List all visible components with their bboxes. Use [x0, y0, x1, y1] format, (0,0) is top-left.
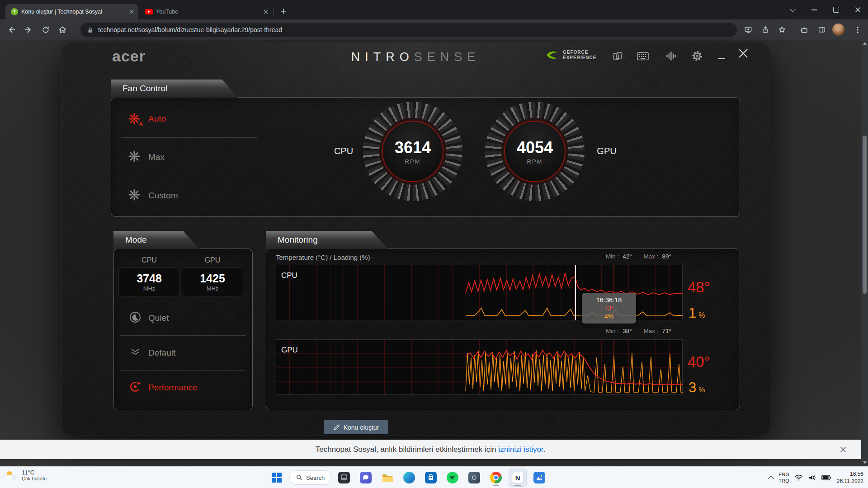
taskbar-app-device[interactable]: [335, 469, 353, 487]
gpu-fan-label: GPU: [584, 146, 629, 156]
search-icon: [296, 474, 302, 481]
fan-auto-button[interactable]: A Auto: [127, 111, 166, 127]
spotify-icon: [447, 472, 458, 483]
window-chevron-icon[interactable]: [782, 0, 803, 19]
install-icon[interactable]: [741, 22, 755, 37]
browser-menu-icon[interactable]: [850, 22, 865, 37]
n-app-icon: N: [512, 472, 524, 483]
tab-separator: [274, 8, 274, 15]
taskbar-app-spotify[interactable]: [443, 469, 462, 487]
acoustic-wave-icon[interactable]: [665, 49, 679, 63]
volume-icon[interactable]: [808, 474, 816, 481]
notice-text: Technopat Sosyal, anlık bildirimleri etk…: [316, 445, 496, 454]
taskbar-center: Search N: [268, 469, 548, 487]
taskbar-app-explorer[interactable]: [378, 469, 396, 487]
tab-close-icon[interactable]: [263, 9, 269, 14]
taskbar-app-store[interactable]: [422, 469, 440, 487]
gpu-rpm-value: 4054: [517, 138, 553, 157]
language-switcher[interactable]: ENGTRQ: [778, 471, 789, 484]
bookmark-star-icon[interactable]: [774, 22, 789, 37]
window-maximize-button[interactable]: [826, 0, 846, 19]
scroll-up-arrow[interactable]: [863, 42, 867, 45]
taskbar-app-edge[interactable]: [400, 469, 418, 487]
weather-cloud-icon: [5, 469, 18, 481]
create-thread-button[interactable]: Konu oluştur: [324, 420, 388, 434]
gpu-fan-hub: 4054 RPM: [504, 121, 566, 182]
fan-custom-button[interactable]: Custom: [127, 188, 178, 203]
gpu-chart-svg: [276, 339, 683, 395]
taskbar-app-chrome[interactable]: [487, 469, 505, 487]
taskbar-app-photos[interactable]: [530, 469, 548, 487]
youtube-favicon: [145, 9, 153, 14]
nitrosense-title: NITROSENSE: [61, 50, 770, 64]
clock-widget[interactable]: 16:5626.11.2022: [837, 470, 863, 485]
time-marker-line: [613, 339, 614, 395]
forward-button[interactable]: [21, 22, 36, 37]
mode-default-button[interactable]: Default: [129, 345, 175, 361]
reload-button[interactable]: [38, 22, 53, 37]
game-cards-icon[interactable]: [611, 49, 624, 63]
running-indicator: [493, 485, 499, 486]
technopat-favicon: t: [11, 8, 18, 15]
fan-max-button[interactable]: Max: [127, 150, 165, 165]
mode-cpu-label: CPU: [131, 256, 167, 264]
cpu-fan-hub: 3614 RPM: [382, 121, 443, 182]
chat-icon: [360, 472, 372, 483]
tab-youtube[interactable]: YouTube: [140, 4, 272, 19]
fan-icon: A: [127, 112, 141, 126]
nitrosense-close-button[interactable]: [736, 47, 750, 60]
device-icon: [338, 472, 350, 483]
default-chevrons-icon: [129, 346, 141, 360]
cpu-frequency-box: 3748 MHz: [118, 267, 180, 296]
taskbar-app-tool[interactable]: [465, 469, 483, 487]
tray-chevron-icon[interactable]: [769, 475, 773, 481]
store-icon: [425, 472, 437, 483]
mode-quiet-button[interactable]: Quiet: [129, 310, 169, 326]
page-scrollbar[interactable]: [861, 40, 868, 466]
divider: [120, 335, 246, 336]
home-button[interactable]: [55, 22, 70, 37]
weather-widget[interactable]: 11°CÇok bulutlu: [5, 469, 47, 481]
running-indicator: [514, 485, 521, 486]
extensions-puzzle-icon[interactable]: [797, 22, 811, 37]
share-icon[interactable]: [758, 22, 773, 37]
nitrosense-minimize-button[interactable]: [715, 52, 728, 66]
cpu-load-readout: 1%: [689, 305, 705, 321]
scrollbar-thumb[interactable]: [863, 136, 867, 294]
mode-performance-button[interactable]: Performance: [129, 380, 198, 395]
taskbar-app-nitrosense[interactable]: N: [509, 469, 527, 487]
wifi-icon[interactable]: [795, 474, 803, 481]
cpu-fan: 3614 RPM: [363, 102, 462, 201]
address-bar[interactable]: technopat.net/sosyal/bolum/dizuestue-bil…: [80, 23, 737, 37]
geforce-logo-icon: [546, 48, 559, 62]
notice-close-icon[interactable]: [839, 445, 848, 454]
window-minimize-button[interactable]: [804, 0, 825, 19]
quiet-moon-icon: [129, 311, 141, 325]
scroll-down-arrow[interactable]: [863, 461, 867, 464]
profile-avatar[interactable]: [831, 22, 846, 37]
start-button[interactable]: [268, 469, 286, 487]
gpu-load-readout: 3%: [689, 380, 705, 396]
notice-link[interactable]: izninizi istiyor: [498, 445, 543, 454]
hover-cursor-line: [575, 265, 576, 320]
battery-icon[interactable]: [821, 475, 831, 480]
window-close-button[interactable]: [847, 0, 868, 19]
taskbar-search[interactable]: Search: [289, 470, 331, 485]
keyboard-backlight-icon[interactable]: [636, 49, 650, 63]
photos-icon: [533, 472, 545, 483]
settings-gear-icon[interactable]: [690, 49, 704, 63]
divider: [120, 370, 246, 371]
tab-technopat[interactable]: t Konu oluştur | Technopat Sosyal: [5, 4, 138, 19]
new-tab-button[interactable]: [278, 5, 289, 17]
geforce-experience-button[interactable]: GEFORCEEXPERIENCE: [546, 48, 596, 62]
back-button[interactable]: [4, 22, 19, 37]
divider: [121, 137, 257, 138]
gpu-monitor-chart[interactable]: GPU: [276, 339, 683, 395]
chrome-icon: [490, 472, 502, 483]
side-panel-icon[interactable]: [814, 22, 829, 37]
notification-permission-bar: Technopat Sosyal, anlık bildirimleri etk…: [0, 440, 861, 459]
lock-icon: [87, 27, 94, 33]
taskbar-app-chat[interactable]: [357, 469, 375, 487]
tab-close-icon[interactable]: [129, 9, 134, 14]
pencil-icon: [333, 424, 340, 431]
